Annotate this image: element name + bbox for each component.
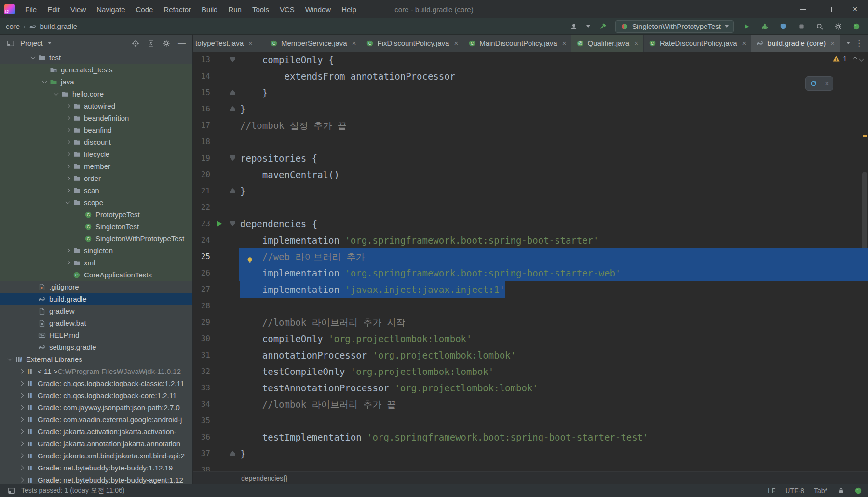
code-text[interactable]: testImplementation 'org.springframework.… xyxy=(239,429,868,445)
line-number[interactable]: 26 xyxy=(193,265,214,281)
code-text[interactable]: } xyxy=(239,84,868,101)
project-tree-item[interactable]: Gradle: jakarta.annotation:jakarta.annot… xyxy=(0,438,192,450)
project-tree-item[interactable]: order xyxy=(0,172,192,184)
code-line[interactable]: 25 //web 라이브러리 추가 xyxy=(193,248,868,265)
project-tree-item[interactable]: HELP.md xyxy=(0,329,192,341)
close-button[interactable]: × xyxy=(842,0,868,18)
code-line[interactable]: 31 annotationProcessor 'org.projectlombo… xyxy=(193,347,868,363)
close-tab-icon[interactable]: × xyxy=(352,39,356,47)
code-line[interactable]: 37} xyxy=(193,445,868,462)
tree-chevron-slot[interactable] xyxy=(64,140,72,144)
tree-chevron-slot[interactable] xyxy=(64,201,72,204)
line-number[interactable]: 31 xyxy=(193,347,214,363)
tree-chevron-icon[interactable] xyxy=(66,261,70,265)
editor-tab[interactable]: @Qualifier.java× xyxy=(571,35,643,52)
code-text[interactable]: testCompileOnly 'org.projectlombok:lombo… xyxy=(239,363,868,380)
maximize-button[interactable] xyxy=(816,0,842,18)
line-number[interactable]: 29 xyxy=(193,314,214,331)
close-tab-icon[interactable]: × xyxy=(562,39,567,47)
run-button[interactable] xyxy=(741,21,752,32)
project-tree-item[interactable]: Gradle: com.vaadin.external.google:andro… xyxy=(0,414,192,426)
code-line[interactable]: 17//lombok 설정 추가 끝 xyxy=(193,117,868,134)
editor-breadcrumb[interactable]: dependencies{} xyxy=(241,474,288,482)
tree-chevron-icon[interactable] xyxy=(8,356,13,361)
tree-chevron-slot[interactable] xyxy=(64,177,72,180)
line-number[interactable]: 30 xyxy=(193,331,214,347)
project-tree-item[interactable]: lifecycle xyxy=(0,148,192,160)
build-hammer-icon[interactable] xyxy=(597,21,609,32)
tree-chevron-icon[interactable] xyxy=(66,176,70,181)
menu-build[interactable]: Build xyxy=(196,0,223,18)
fold-marker-icon[interactable] xyxy=(230,155,235,161)
tree-chevron-icon[interactable] xyxy=(19,442,24,446)
line-number[interactable]: 32 xyxy=(193,363,214,380)
tree-chevron-icon[interactable] xyxy=(19,478,24,483)
collapse-all-icon[interactable] xyxy=(145,38,157,49)
editor-tab[interactable]: CRateDiscountPolicy.java× xyxy=(644,35,751,52)
code-line[interactable]: 22 xyxy=(193,199,868,216)
menu-view[interactable]: View xyxy=(65,0,91,18)
tree-chevron-slot[interactable] xyxy=(29,56,37,59)
menu-file[interactable]: File xyxy=(20,0,42,18)
project-tree-item[interactable]: gradlew xyxy=(0,305,192,317)
editor-tab[interactable]: CMemberService.java× xyxy=(265,35,361,52)
project-tree-item[interactable]: gradlew.bat xyxy=(0,317,192,329)
project-panel-title[interactable]: Project xyxy=(20,39,43,47)
code-line[interactable]: 36 testImplementation 'org.springframewo… xyxy=(193,429,868,445)
code-line[interactable]: 19repositories { xyxy=(193,150,868,166)
project-tree-item[interactable]: Gradle: ch.qos.logback:logback-core:1.2.… xyxy=(0,389,192,401)
code-text[interactable]: testAnnotationProcessor 'org.projectlomb… xyxy=(239,380,868,396)
close-tab-icon[interactable]: × xyxy=(634,39,638,47)
tree-chevron-icon[interactable] xyxy=(19,369,24,374)
run-configuration-select[interactable]: SingletonWithPrototypeTest xyxy=(615,20,734,33)
status-message[interactable]: Tests passed: 1 (today 오전 11:06) xyxy=(21,486,125,495)
fold-marker-icon[interactable] xyxy=(230,221,235,226)
line-number[interactable]: 18 xyxy=(193,134,214,150)
notifications-icon[interactable] xyxy=(854,487,862,495)
tree-chevron-icon[interactable] xyxy=(19,417,24,422)
tree-chevron-slot[interactable] xyxy=(6,358,14,361)
menu-help[interactable]: Help xyxy=(336,0,362,18)
project-tree-item[interactable]: singleton xyxy=(0,245,192,257)
code-text[interactable]: //lombok 라이브러리 추가 시작 xyxy=(239,314,868,331)
tree-chevron-slot[interactable] xyxy=(52,92,60,96)
intellij-logo-icon[interactable]: IJ xyxy=(4,4,15,14)
project-view-chevron-icon[interactable] xyxy=(48,42,52,44)
project-tree-item[interactable]: CCoreApplicationTests xyxy=(0,269,192,281)
code-text[interactable] xyxy=(239,413,868,429)
code-text[interactable]: //web 라이브러리 추가 xyxy=(239,248,868,265)
code-text[interactable]: extendsFrom annotationProcessor xyxy=(239,68,868,84)
user-profile-icon[interactable] xyxy=(568,21,580,32)
tree-chevron-icon[interactable] xyxy=(19,454,24,458)
line-number[interactable]: 14 xyxy=(193,68,214,84)
code-line[interactable]: 20 mavenCentral() xyxy=(193,166,868,183)
project-tree-item[interactable]: hello.core xyxy=(0,88,192,100)
code-text[interactable]: } xyxy=(239,183,868,199)
debug-button[interactable] xyxy=(759,21,771,32)
tree-chevron-slot[interactable] xyxy=(17,466,26,469)
code-text[interactable]: compileOnly { xyxy=(239,52,868,68)
tree-chevron-slot[interactable] xyxy=(17,382,26,385)
project-tree-item[interactable]: member xyxy=(0,160,192,172)
menu-vcs[interactable]: VCS xyxy=(274,0,300,18)
project-tree-item[interactable]: Gradle: ch.qos.logback:logback-classic:1… xyxy=(0,377,192,389)
encoding-indicator[interactable]: UTF-8 xyxy=(785,487,804,495)
line-number[interactable]: 35 xyxy=(193,413,214,429)
coverage-button[interactable] xyxy=(777,21,789,32)
tree-chevron-slot[interactable] xyxy=(17,406,26,409)
project-tree-item[interactable]: beandefinition xyxy=(0,112,192,124)
project-tree-item[interactable]: < 11 > C:₩Program Files₩Java₩jdk-11.0.12 xyxy=(0,365,192,377)
editor-tab[interactable]: totypeTest.java× xyxy=(193,35,265,52)
code-text[interactable]: annotationProcessor 'org.projectlombok:l… xyxy=(239,347,868,363)
line-number[interactable]: 17 xyxy=(193,117,214,134)
tree-chevron-icon[interactable] xyxy=(66,188,70,193)
line-number[interactable]: 38 xyxy=(193,462,214,471)
editor-tab[interactable]: CFixDiscountPolicy.java× xyxy=(361,35,463,52)
code-line[interactable]: 38 xyxy=(193,462,868,471)
code-line[interactable]: 32 testCompileOnly 'org.projectlombok:lo… xyxy=(193,363,868,380)
line-number[interactable]: 33 xyxy=(193,380,214,396)
project-tree-item[interactable]: generated_tests xyxy=(0,64,192,76)
project-tree-item[interactable]: Gradle: net.bytebuddy:byte-buddy-agent:1… xyxy=(0,474,192,484)
code-line[interactable]: 26 implementation 'org.springframework.b… xyxy=(193,265,868,281)
minimize-button[interactable] xyxy=(790,0,816,18)
